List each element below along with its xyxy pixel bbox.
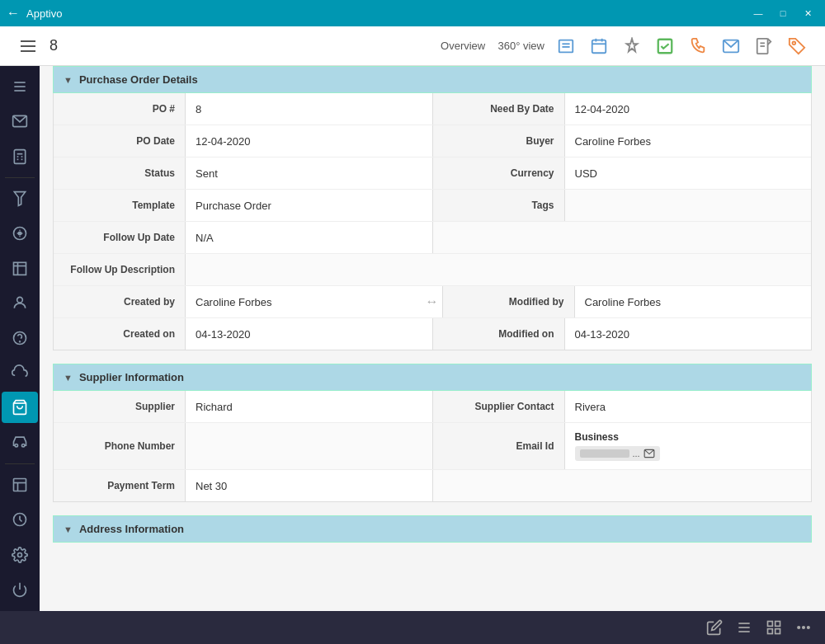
check-icon[interactable]: [650, 31, 680, 61]
collapse-chevron: ▼: [64, 75, 73, 85]
form-cell-buyer: Buyer Caroline Forbes: [433, 125, 812, 157]
sidebar-item-support[interactable]: [2, 322, 38, 354]
form-row-followupdate: Follow Up Date N/A: [54, 222, 811, 254]
email-toolbar-icon[interactable]: [716, 31, 746, 61]
supplier-collapse-chevron: ▼: [64, 373, 73, 383]
sidebar-item-money[interactable]: [2, 218, 38, 249]
po-number-label: PO #: [54, 93, 186, 125]
supplier-form: Supplier Richard Supplier Contact Rivera…: [53, 391, 812, 502]
hamburger-button[interactable]: [13, 31, 43, 61]
followup-date-value: N/A: [186, 222, 432, 253]
phone-icon[interactable]: [683, 31, 713, 61]
phone-value: [186, 423, 432, 469]
svg-point-48: [798, 627, 800, 629]
sidebar-item-calculator[interactable]: [2, 140, 38, 172]
sidebar-item-cloud[interactable]: [2, 357, 38, 388]
svg-rect-44: [768, 622, 773, 627]
sidebar-item-power[interactable]: [2, 573, 38, 606]
svg-rect-46: [768, 629, 773, 634]
followup-date-empty: [433, 222, 812, 253]
form-cell-need-by-date: Need By Date 12-04-2020: [433, 93, 812, 125]
supplier-section-header[interactable]: ▼ Supplier Information: [53, 364, 812, 391]
svg-point-33: [22, 444, 25, 447]
svg-point-32: [15, 444, 17, 447]
form-row-template: Template Purchase Order Tags: [54, 190, 811, 222]
form-cell-phone: Phone Number: [54, 423, 432, 469]
currency-value: USD: [565, 157, 812, 189]
form-row-podate: PO Date 12-04-2020 Buyer Caroline Forbes: [54, 125, 811, 157]
payment-term-value: Net 30: [186, 470, 432, 501]
hamburger-line: [21, 50, 35, 52]
form-cell-status: Status Sent: [54, 157, 432, 189]
bottom-bar: [0, 611, 825, 644]
calendar-icon[interactable]: [584, 31, 614, 61]
supplier-contact-value: Rivera: [565, 391, 812, 422]
supplier-section-title: Supplier Information: [79, 371, 184, 383]
sidebar-item-menu[interactable]: [2, 71, 38, 102]
app-title: Apptivo: [26, 7, 62, 20]
created-by-label: Created by: [54, 286, 186, 317]
email-blurred-text: [580, 449, 629, 458]
status-label: Status: [54, 157, 186, 189]
sidebar-divider: [5, 177, 35, 178]
svg-rect-3: [592, 40, 606, 53]
form-cell-email: Email Id Business ...: [433, 423, 812, 469]
note-icon[interactable]: [749, 31, 779, 61]
form-cell-tags: Tags: [433, 190, 812, 221]
list-icon-bottom[interactable]: [736, 619, 752, 636]
maximize-button[interactable]: □: [772, 2, 794, 24]
svg-rect-34: [14, 478, 26, 491]
sidebar-item-shopping[interactable]: [2, 392, 38, 423]
sidebar-item-clock[interactable]: [2, 504, 38, 535]
toolbar-nav: Overview 360° view: [441, 40, 544, 52]
po-number-value: 8: [186, 93, 432, 125]
svg-rect-45: [776, 622, 780, 627]
360view-link[interactable]: 360° view: [497, 40, 544, 52]
sidebar-divider-2: [5, 463, 35, 464]
list-view-icon[interactable]: [551, 31, 581, 61]
email-label: Email Id: [433, 423, 565, 469]
main-layout: ▼ Purchase Order Details PO # 8 Need By …: [0, 66, 825, 611]
grid-icon-bottom[interactable]: [766, 619, 782, 636]
modified-on-label: Modified on: [433, 318, 565, 350]
more-icon-bottom[interactable]: [795, 619, 812, 636]
pencil-icon-bottom[interactable]: [706, 619, 723, 636]
sidebar-item-person[interactable]: [2, 287, 38, 318]
back-icon[interactable]: ←: [7, 6, 20, 21]
sidebar-item-settings[interactable]: [2, 538, 38, 571]
tags-label: Tags: [433, 190, 565, 221]
bottom-bar-right: [706, 619, 812, 636]
form-row-status: Status Sent Currency USD: [54, 157, 811, 190]
window-controls: — □ ✕: [747, 2, 818, 24]
svg-point-12: [793, 41, 796, 45]
sidebar-item-building[interactable]: [2, 252, 38, 284]
sidebar-item-car[interactable]: [2, 426, 38, 458]
sidebar-item-report[interactable]: [2, 468, 38, 500]
status-value: Sent: [186, 157, 432, 189]
minimize-button[interactable]: —: [747, 2, 769, 24]
overview-link[interactable]: Overview: [441, 40, 485, 52]
purchase-order-section-title: Purchase Order Details: [79, 73, 198, 86]
email-badge: ...: [575, 446, 660, 461]
email-ellipsis: ...: [633, 449, 640, 458]
form-row-created: Created by Caroline Forbes ↔ Modified by…: [54, 286, 811, 318]
created-on-label: Created on: [54, 318, 186, 350]
tag-icon[interactable]: [782, 31, 812, 61]
sidebar-item-inbox[interactable]: [2, 106, 38, 137]
purchase-order-section-header[interactable]: ▼ Purchase Order Details: [53, 66, 812, 93]
form-row-createdon: Created on 04-13-2020 Modified on 04-13-…: [54, 318, 811, 350]
form-cell-followup-desc: Follow Up Description: [54, 254, 811, 285]
sidebar-item-filter[interactable]: [2, 183, 38, 214]
email-small-icon: [644, 448, 655, 459]
resize-handle[interactable]: ↔: [422, 286, 442, 317]
template-label: Template: [54, 190, 186, 221]
svg-rect-25: [14, 263, 26, 275]
form-cell-po-date: PO Date 12-04-2020: [54, 125, 432, 157]
svg-point-38: [18, 553, 22, 557]
close-button[interactable]: ✕: [797, 2, 818, 24]
pin-icon[interactable]: [617, 31, 647, 61]
supplier-label: Supplier: [54, 391, 186, 422]
address-section-header[interactable]: ▼ Address Information: [53, 515, 812, 543]
created-by-value: Caroline Forbes: [186, 286, 422, 317]
need-by-date-value: 12-04-2020: [565, 93, 812, 125]
